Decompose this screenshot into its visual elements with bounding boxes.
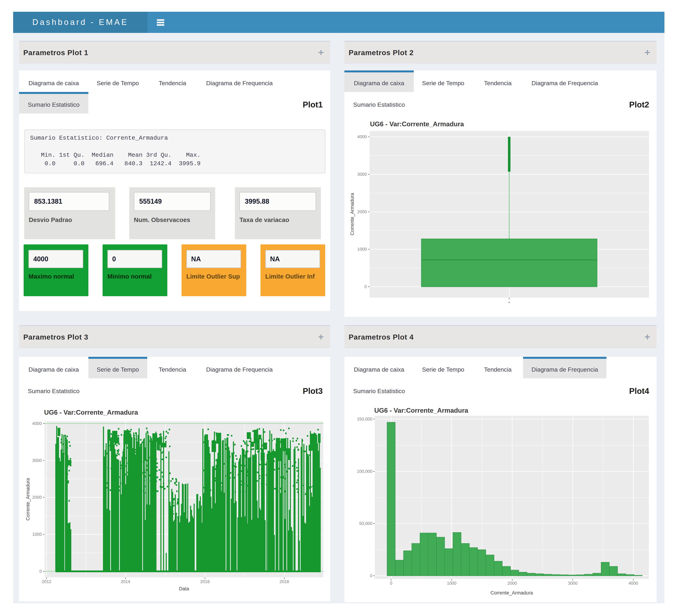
- svg-text:2014: 2014: [121, 579, 130, 584]
- svg-text:0: 0: [364, 284, 367, 289]
- svg-text:2000: 2000: [508, 581, 517, 586]
- svg-text:2016: 2016: [200, 579, 209, 584]
- svg-text:100,000: 100,000: [357, 469, 372, 474]
- svg-text:4000: 4000: [628, 581, 638, 586]
- svg-text:3000: 3000: [568, 581, 578, 586]
- svg-text:UG6 - Var:Corrente_Armadura: UG6 - Var:Corrente_Armadura: [44, 409, 138, 416]
- svg-text:Data: Data: [179, 586, 189, 591]
- svg-text:0: 0: [370, 573, 372, 578]
- svg-text:Corrente_Armadura: Corrente_Armadura: [350, 193, 355, 236]
- svg-text:0: 0: [390, 581, 392, 586]
- svg-text:2018: 2018: [280, 579, 289, 584]
- svg-text:1000: 1000: [32, 532, 42, 537]
- svg-text:2000: 2000: [357, 209, 367, 214]
- svg-text:1000: 1000: [357, 247, 367, 251]
- svg-text:UG6 - Var:Corrente_Armadura: UG6 - Var:Corrente_Armadura: [370, 120, 464, 128]
- svg-text:3000: 3000: [357, 172, 367, 177]
- svg-text:50,000: 50,000: [359, 521, 372, 526]
- svg-text:2012: 2012: [42, 579, 51, 584]
- svg-text:UG6 - Var:Corrente_Armadura: UG6 - Var:Corrente_Armadura: [374, 407, 468, 414]
- svg-text:4000: 4000: [32, 421, 42, 426]
- svg-text:4000: 4000: [357, 134, 367, 139]
- svg-text:3000: 3000: [32, 458, 42, 463]
- svg-text:150,000: 150,000: [357, 417, 372, 422]
- svg-text:Corrente_Armadura: Corrente_Armadura: [25, 478, 31, 521]
- svg-text:0: 0: [39, 569, 42, 574]
- svg-text:1000: 1000: [447, 581, 456, 586]
- svg-text:Corrente_Armadura: Corrente_Armadura: [490, 590, 533, 595]
- svg-text:2000: 2000: [32, 495, 42, 500]
